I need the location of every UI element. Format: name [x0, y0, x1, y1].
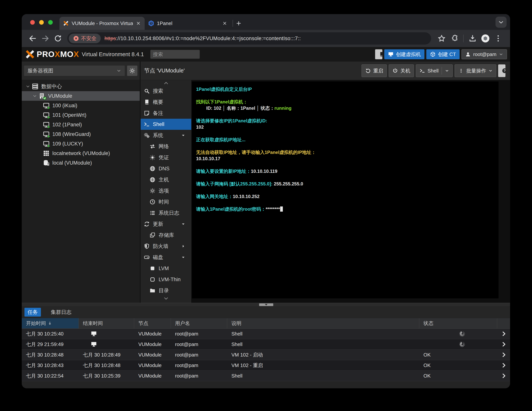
menu-item-search[interactable]: 搜索 — [141, 86, 191, 96]
row-open-button[interactable] — [497, 339, 510, 349]
menu-item-shield[interactable]: 防火墙 — [141, 241, 191, 252]
forward-icon[interactable] — [41, 34, 49, 43]
menu-item-copies[interactable]: 存储库 — [141, 229, 191, 241]
close-tab-icon[interactable] — [222, 20, 228, 26]
extensions-icon[interactable] — [450, 34, 458, 43]
address-bar[interactable]: 不安全 https://10.10.10.254:8006/#v1:0:=nod… — [67, 32, 431, 45]
menu-item-square-o[interactable]: LVM-Thin — [141, 274, 191, 285]
caret-down-icon[interactable] — [181, 222, 186, 226]
task-row[interactable]: 七月 30 10:25:40VUModuleroot@pamShell — [22, 329, 510, 339]
task-row[interactable]: 七月 30 10:28:48七月 30 10:28:49VUModuleroot… — [22, 350, 510, 360]
menu-item-terminal[interactable]: Shell — [141, 119, 191, 130]
close-window-button[interactable] — [30, 20, 35, 25]
sidebar-top: 服务器视图 — [22, 62, 140, 80]
col-end-time[interactable]: 结束时间 — [79, 318, 134, 328]
menu-item-globe[interactable]: 主机 — [141, 174, 191, 185]
pve-search-input[interactable] — [150, 50, 200, 59]
tree-expand-chevron-icon[interactable] — [32, 94, 37, 98]
close-tab-icon[interactable] — [135, 20, 141, 26]
create-ct-button[interactable]: 创建 CT — [426, 49, 460, 59]
shutdown-button[interactable]: 关机 — [389, 64, 414, 77]
terminal-line: 请选择要修改IP的1Panel虚拟机ID: — [196, 118, 499, 124]
panel-splitter[interactable] — [22, 303, 510, 306]
terminal-line: 请输入1Panel虚拟机的root密码：******** — [196, 206, 499, 212]
row-open-button[interactable] — [497, 371, 510, 381]
menu-item-book[interactable]: 概要 — [141, 96, 191, 108]
menu-item-disk[interactable]: 磁盘 — [141, 252, 191, 263]
tree-item[interactable]: localnetwork (VUModule) — [22, 149, 140, 158]
user-menu-button[interactable]: root@pam — [462, 49, 507, 59]
tree-item[interactable]: local (VUModule) — [22, 158, 140, 168]
row-open-button[interactable] — [497, 329, 510, 339]
tree-item[interactable]: 109 (LUCKY) — [22, 139, 140, 149]
menu-item-gear[interactable]: 选项 — [141, 185, 191, 196]
menu-item-gears[interactable]: 系统 — [141, 130, 191, 141]
datacenter-icon — [32, 83, 38, 90]
col-node[interactable]: 节点 — [134, 318, 171, 328]
row-open-button[interactable] — [497, 350, 510, 360]
bookmark-star-icon[interactable] — [437, 34, 446, 43]
col-user[interactable]: 用户名 — [171, 318, 227, 328]
tab-search-button[interactable] — [495, 17, 507, 28]
terminal-line — [196, 187, 499, 193]
tree-expand-chevron-icon[interactable] — [26, 84, 30, 89]
tree-item[interactable]: 108 (WireGuard) — [22, 129, 140, 139]
col-status[interactable]: 状态 — [419, 318, 497, 328]
menu-item-folder[interactable]: 目录 — [141, 285, 191, 296]
menu-item-refresh[interactable]: 更新 — [141, 219, 191, 229]
bulk-actions-button[interactable]: 批量操作 — [455, 64, 496, 77]
tab-1panel[interactable]: 1Panel — [145, 17, 231, 30]
task-row[interactable]: 七月 30 10:22:54七月 30 10:25:39VUModuleroot… — [22, 371, 510, 381]
restart-button[interactable]: 重启 — [361, 64, 387, 77]
profile-avatar[interactable] — [481, 34, 490, 43]
tree-item[interactable]: 100 (iKuai) — [22, 101, 140, 110]
menu-item-cert[interactable]: 凭证 — [141, 152, 191, 163]
documentation-button[interactable]: 文档 — [375, 49, 382, 59]
chevron-down-icon[interactable] — [445, 69, 449, 73]
tree-item[interactable]: 102 (1Panel) — [22, 120, 140, 129]
caret-down-icon[interactable] — [181, 255, 186, 260]
help-button[interactable]: ? 帮助 — [498, 64, 505, 77]
tab-tasks[interactable]: 任务 — [24, 308, 41, 316]
row-open-button[interactable] — [497, 360, 510, 371]
menu-scroll-down[interactable] — [141, 296, 191, 301]
caret-right-icon[interactable] — [181, 244, 186, 249]
tree-item[interactable]: VUModule — [22, 91, 140, 101]
tab-cluster-log[interactable]: 集群日志 — [48, 308, 75, 316]
back-icon[interactable] — [28, 34, 37, 43]
menu-item-list[interactable]: 系统日志 — [141, 207, 191, 219]
col-start-time[interactable]: 开始时间 — [22, 318, 79, 328]
reload-icon[interactable] — [54, 34, 62, 43]
tree-item[interactable]: 101 (OpenWrt) — [22, 110, 140, 120]
task-row[interactable]: 七月 30 10:28:43七月 30 10:28:48VUModuleroot… — [22, 360, 510, 371]
menu-item-label: 目录 — [159, 287, 169, 294]
security-chip[interactable]: 不安全 — [69, 34, 101, 43]
task-row[interactable]: 七月 29 21:59:49VUModuleroot@pamShell — [22, 339, 510, 350]
col-description[interactable]: 说明 — [227, 318, 419, 328]
new-tab-button[interactable] — [235, 19, 243, 28]
minimize-window-button[interactable] — [39, 20, 44, 25]
menu-scroll-up[interactable] — [141, 81, 191, 86]
caret-down-icon[interactable] — [181, 133, 186, 138]
menu-item-arrows[interactable]: 网络 — [141, 141, 191, 152]
create-vm-button[interactable]: 创建虚拟机 — [384, 49, 424, 59]
cell-start-time: 七月 30 10:25:40 — [22, 329, 79, 339]
menu-item-globe[interactable]: DNS — [141, 163, 191, 174]
downloads-icon[interactable] — [468, 34, 477, 43]
sidebar: 服务器视图 数据中心VUModule100 (iKuai)101 (OpenWr… — [22, 62, 141, 303]
shell-button[interactable]: Shell — [416, 64, 453, 77]
menu-item-square[interactable]: LVM — [141, 263, 191, 274]
menu-item-label: 存储库 — [159, 232, 174, 239]
shell-terminal[interactable]: 1Panel虚拟机自定义后台IP找到以下1Panel虚拟机： ID: 102 │… — [192, 81, 499, 298]
splitter-collapse-handle[interactable] — [259, 303, 273, 306]
view-selector[interactable]: 服务器视图 — [24, 66, 125, 76]
menu-item-clock[interactable]: 时间 — [141, 196, 191, 207]
tab-proxmox[interactable]: VUModule - Proxmox Virtual E — [59, 17, 145, 30]
browser-menu-icon[interactable] — [494, 34, 502, 43]
sidebar-settings-button[interactable] — [127, 66, 137, 76]
tree-item[interactable]: 数据中心 — [22, 82, 140, 91]
fullscreen-window-button[interactable] — [48, 20, 53, 25]
network-icon — [43, 150, 50, 157]
col-description-label: 说明 — [231, 320, 241, 327]
menu-item-note[interactable]: 备注 — [141, 108, 191, 119]
